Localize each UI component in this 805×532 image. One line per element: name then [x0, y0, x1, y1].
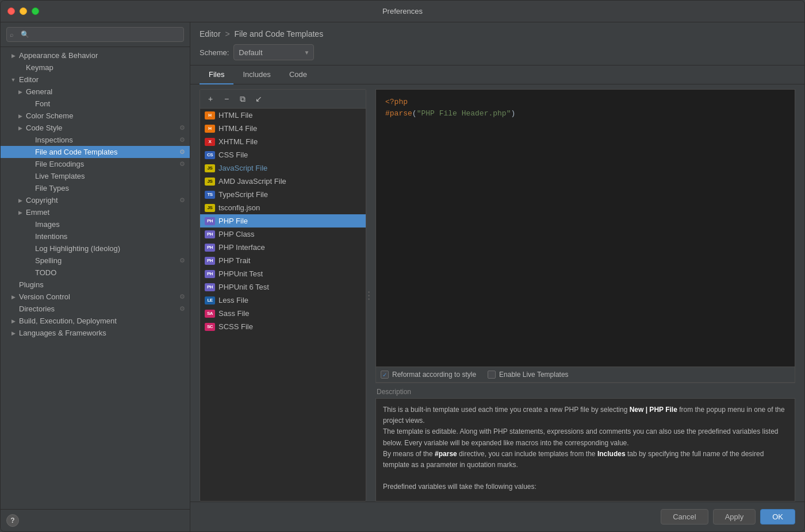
divider-dot — [368, 295, 370, 296]
sidebar-item-intentions[interactable]: Intentions — [1, 230, 190, 242]
ok-button[interactable]: OK — [760, 509, 795, 525]
file-item-ts[interactable]: TS TypeScript File — [200, 188, 366, 201]
file-item-less[interactable]: LE Less File — [200, 294, 366, 307]
sidebar-item-todo[interactable]: TODO — [1, 267, 190, 279]
sidebar-item-inspections[interactable]: Inspections ⚙ — [1, 134, 190, 146]
main-panel: Editor > File and Code Templates Scheme:… — [190, 22, 804, 531]
sidebar-item-spelling[interactable]: Spelling ⚙ — [1, 255, 190, 267]
sidebar-item-label: File Encodings — [35, 160, 84, 168]
sidebar-item-images[interactable]: Images — [1, 218, 190, 230]
tree-arrow-icon — [17, 209, 24, 216]
file-item-php-interface[interactable]: PH PHP Interface — [200, 241, 366, 254]
sidebar-item-copyright[interactable]: Copyright ⚙ — [1, 194, 190, 206]
file-item-php[interactable]: PH PHP File — [200, 214, 366, 228]
code-editor[interactable]: <?php #parse("PHP File Header.php") — [376, 90, 795, 367]
file-item-label: CSS File — [218, 151, 248, 159]
sidebar-item-font[interactable]: Font — [1, 98, 190, 110]
file-item-js[interactable]: JS JavaScript File — [200, 161, 366, 175]
reformat-checkbox[interactable] — [381, 371, 389, 379]
sidebar-item-label: General — [26, 87, 52, 96]
copy-template-button[interactable]: ⧉ — [236, 92, 250, 106]
description-panel: Description This is a built-in template … — [375, 383, 795, 502]
tab-includes[interactable]: Includes — [233, 65, 279, 84]
tree-arrow-icon — [10, 76, 17, 83]
sidebar-item-general[interactable]: General — [1, 86, 190, 98]
reformat-label: Reformat according to style — [392, 371, 476, 379]
remove-template-button[interactable]: − — [220, 92, 233, 106]
file-item-scss[interactable]: SC SCSS File — [200, 320, 366, 333]
tree-arrow-icon — [10, 294, 17, 300]
desc-bold-new: New | PHP File — [630, 406, 677, 414]
file-item-html[interactable]: H HTML File — [200, 109, 366, 122]
file-item-html4[interactable]: H HTML4 File — [200, 122, 366, 135]
sidebar-item-code-style[interactable]: Code Style ⚙ — [1, 122, 190, 134]
panel-header: Editor > File and Code Templates Scheme:… — [190, 22, 804, 65]
divider-dot — [368, 298, 370, 300]
gear-icon: ⚙ — [179, 160, 185, 168]
scheme-dropdown[interactable]: Default — [233, 44, 314, 60]
desc-bold-parse: #parse — [435, 450, 457, 458]
file-item-label: JavaScript File — [218, 164, 267, 172]
sidebar-item-editor[interactable]: Editor — [1, 74, 190, 86]
file-item-sass[interactable]: SA Sass File — [200, 307, 366, 320]
file-item-php-trait[interactable]: PH PHP Trait — [200, 254, 366, 267]
sidebar-item-label: Emmet — [26, 208, 49, 217]
file-item-css[interactable]: CS CSS File — [200, 148, 366, 161]
file-item-label: PHP Interface — [218, 243, 265, 252]
add-template-button[interactable]: + — [204, 92, 217, 106]
file-item-php-class[interactable]: PH PHP Class — [200, 228, 366, 241]
import-template-button[interactable]: ↙ — [252, 92, 266, 106]
sidebar-item-version-control[interactable]: Version Control ⚙ — [1, 291, 190, 303]
sidebar-item-label: Build, Execution, Deployment — [19, 317, 117, 325]
sidebar-item-keymap[interactable]: Keymap — [1, 61, 190, 74]
close-button[interactable] — [7, 7, 15, 15]
sidebar-item-build[interactable]: Build, Execution, Deployment — [1, 315, 190, 327]
sidebar-item-file-types[interactable]: File Types — [1, 182, 190, 194]
code-line-1: <?php — [385, 97, 785, 108]
breadcrumb-separator: > — [225, 29, 232, 38]
breadcrumb-part-current: File and Code Templates — [235, 29, 324, 38]
sidebar-item-color-scheme[interactable]: Color Scheme — [1, 110, 190, 122]
file-badge: PH — [205, 270, 215, 278]
tree-arrow-icon — [17, 113, 24, 119]
tab-code[interactable]: Code — [280, 65, 316, 84]
sidebar-item-label: Appearance & Behavior — [19, 51, 98, 60]
file-list: H HTML File H HTML4 File X XHTML File — [200, 109, 366, 501]
help-button[interactable]: ? — [6, 514, 19, 527]
file-item-tsconfig[interactable]: JS tsconfig.json — [200, 201, 366, 214]
cancel-button[interactable]: Cancel — [661, 509, 708, 525]
preferences-window: Preferences ⌕ Appearance & Behavior — [0, 0, 805, 532]
file-badge: LE — [205, 296, 215, 304]
panel-resizer[interactable] — [366, 89, 371, 502]
sidebar-item-appearance[interactable]: Appearance & Behavior — [1, 49, 190, 61]
file-item-xhtml[interactable]: X XHTML File — [200, 135, 366, 148]
gear-icon: ⚙ — [179, 136, 185, 144]
sidebar-item-log-highlighting[interactable]: Log Highlighting (Ideolog) — [1, 242, 190, 255]
maximize-button[interactable] — [32, 7, 39, 15]
file-item-label: Less File — [218, 296, 248, 304]
reformat-checkbox-label[interactable]: Reformat according to style — [381, 371, 476, 379]
sidebar-item-live-templates[interactable]: Live Templates — [1, 170, 190, 182]
file-item-amd-js[interactable]: JS AMD JavaScript File — [200, 175, 366, 188]
search-bar: ⌕ — [1, 22, 190, 47]
minimize-button[interactable] — [20, 7, 27, 15]
file-item-phpunit-test[interactable]: PH PHPUnit Test — [200, 267, 366, 280]
live-templates-checkbox[interactable] — [488, 371, 496, 379]
footer: Cancel Apply OK — [190, 502, 804, 531]
sidebar-item-emmet[interactable]: Emmet — [1, 206, 190, 218]
file-item-phpunit6-test[interactable]: PH PHPUnit 6 Test — [200, 280, 366, 294]
live-templates-checkbox-label[interactable]: Enable Live Templates — [488, 371, 569, 379]
sidebar-item-label: Font — [35, 99, 50, 108]
divider-dot — [368, 291, 370, 293]
tabs-row: Files Includes Code — [190, 65, 804, 84]
tab-files[interactable]: Files — [200, 65, 233, 84]
search-input[interactable] — [6, 27, 184, 42]
sidebar-item-languages[interactable]: Languages & Frameworks — [1, 327, 190, 339]
sidebar-item-directories[interactable]: Directories ⚙ — [1, 303, 190, 315]
sidebar-item-file-code-templates[interactable]: File and Code Templates ⚙ — [1, 146, 190, 158]
sidebar-item-file-encodings[interactable]: File Encodings ⚙ — [1, 158, 190, 170]
apply-button[interactable]: Apply — [713, 509, 756, 525]
tree-arrow-icon — [10, 318, 17, 325]
sidebar-item-plugins[interactable]: Plugins — [1, 279, 190, 291]
file-badge: PH — [205, 283, 215, 291]
